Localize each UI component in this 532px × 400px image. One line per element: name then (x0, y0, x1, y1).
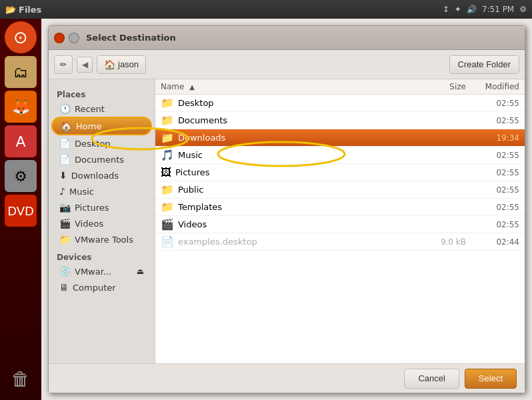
file-name: Documents (178, 115, 413, 125)
dock-font[interactable]: A (5, 125, 37, 157)
clock: 7:51 PM (482, 5, 514, 14)
column-size[interactable]: Size (413, 82, 466, 91)
close-button[interactable] (54, 33, 65, 43)
file-name: Downloads (178, 133, 413, 143)
volume-icon: 🔊 (467, 5, 477, 14)
table-row[interactable]: 🎬 Videos 02:55 (155, 216, 525, 233)
table-row[interactable]: 📁 Public 02:55 (155, 181, 525, 199)
system-tray: ↕ ✦ 🔊 7:51 PM ⚙ (443, 5, 527, 14)
sidebar-item-downloads[interactable]: ⬇ Downloads (51, 167, 152, 183)
computer-icon: 🖥 (59, 282, 69, 293)
file-modified: 02:55 (466, 116, 519, 125)
sidebar-item-videos[interactable]: 🎬 Videos (51, 215, 152, 231)
edit-button[interactable]: ✏ (54, 55, 73, 74)
table-row[interactable]: 📄 examples.desktop 9.0 kB 02:44 (155, 233, 525, 251)
file-modified: 02:55 (466, 99, 519, 108)
file-rows: 📁 Desktop 02:55 📁 Documents 02:55 📁 Down… (155, 95, 525, 251)
table-row[interactable]: 📁 Desktop 02:55 (155, 95, 525, 112)
dialog-titlebar: Select Destination (49, 26, 525, 50)
create-folder-button[interactable]: Create Folder (449, 55, 519, 74)
desktop-icon: 📄 (59, 138, 71, 149)
dock-files[interactable]: 🗂 (5, 56, 37, 88)
file-list-header: Name ▲ Size Modified (155, 79, 525, 95)
file-modified: 02:55 (466, 168, 519, 177)
sidebar-item-desktop[interactable]: 📄 Desktop (51, 135, 152, 151)
dock-settings[interactable]: ⚙ (5, 160, 37, 192)
downloads-icon: ⬇ (59, 170, 67, 181)
table-row[interactable]: 🎵 Music 02:55 (155, 147, 525, 164)
documents-label: Documents (75, 155, 124, 165)
sidebar-item-recent[interactable]: 🕐 Recent (51, 101, 152, 117)
dock-ubuntu[interactable]: ⊙ (5, 21, 37, 53)
vmware-tools-label: VMware Tools (75, 235, 133, 245)
dock-dvd[interactable]: DVD (5, 195, 37, 227)
sidebar-item-documents[interactable]: 📄 Documents (51, 151, 152, 167)
music-label: Music (69, 187, 94, 197)
vmware-tools-icon: 📁 (59, 234, 71, 245)
sort-icon: ↕ (443, 5, 449, 14)
application-dock: ⊙ 🗂 🦊 A ⚙ DVD 🗑 (0, 19, 41, 400)
select-button[interactable]: Select (465, 369, 517, 389)
eject-icon[interactable]: ⏏ (137, 267, 144, 276)
back-icon: ◀ (82, 60, 88, 69)
sidebar-item-home[interactable]: 🏠 Home (51, 117, 152, 135)
column-name[interactable]: Name ▲ (161, 82, 413, 91)
back-button[interactable]: ◀ (77, 57, 93, 73)
vmware-label: VMwar... (75, 267, 111, 277)
file-modified: 02:55 (466, 185, 519, 195)
sort-arrow: ▲ (189, 83, 195, 91)
sidebar-item-computer[interactable]: 🖥 Computer (51, 279, 152, 295)
bluetooth-icon: ✦ (455, 5, 461, 14)
file-modified: 02:55 (466, 203, 519, 212)
file-modified: 02:55 (466, 151, 519, 160)
cancel-button[interactable]: Cancel (404, 369, 459, 389)
file-icon: 📁 (161, 97, 174, 109)
file-name: examples.desktop (178, 237, 413, 247)
home-icon: 🏠 (61, 121, 72, 131)
file-icon: 🎬 (161, 218, 174, 231)
table-row[interactable]: 📁 Templates 02:55 (155, 199, 525, 216)
file-icon: 📄 (161, 235, 174, 248)
breadcrumb-label: jason (118, 59, 139, 69)
home-label: Home (76, 121, 101, 131)
table-row[interactable]: 📁 Downloads 19:34 (155, 129, 525, 147)
file-modified: 02:44 (466, 237, 519, 247)
bottom-bar: Cancel Select (49, 363, 525, 393)
music-icon: ♪ (59, 186, 65, 197)
recent-icon: 🕐 (59, 103, 71, 114)
file-size: 9.0 kB (413, 237, 466, 247)
file-name: Music (178, 150, 413, 160)
devices-label: Devices (49, 250, 155, 263)
computer-label: Computer (73, 283, 116, 293)
toolbar: ✏ ◀ 🏠 jason Create Folder (49, 50, 525, 79)
column-modified[interactable]: Modified (466, 82, 519, 91)
breadcrumb-icon: 🏠 (104, 59, 115, 70)
content-area: Places 🕐 Recent 🏠 Home 📄 Desktop 📄 Docum… (49, 79, 525, 363)
places-label: Places (49, 87, 155, 101)
documents-icon: 📄 (59, 154, 71, 165)
file-icon: 📁 (161, 201, 174, 213)
minimize-button[interactable] (69, 33, 79, 43)
desktop-label: Desktop (75, 139, 111, 149)
file-icon: 🎵 (161, 149, 174, 161)
file-name: Pictures (175, 167, 413, 177)
dialog-window: Select Destination ✏ ◀ 🏠 jason Create Fo… (48, 25, 525, 393)
table-row[interactable]: 📁 Documents 02:55 (155, 112, 525, 129)
file-icon: 🖼 (161, 166, 171, 179)
sidebar-item-music[interactable]: ♪ Music (51, 183, 152, 199)
file-modified: 02:55 (466, 220, 519, 229)
dialog-title: Select Destination (86, 33, 176, 43)
dock-trash[interactable]: 🗑 (5, 363, 37, 395)
pictures-label: Pictures (75, 203, 109, 213)
file-list: Name ▲ Size Modified 📁 Desktop 02:55 📁 D… (155, 79, 525, 363)
file-modified: 19:34 (466, 133, 519, 143)
recent-label: Recent (75, 104, 105, 114)
dock-firefox[interactable]: 🦊 (5, 91, 37, 123)
sidebar-item-pictures[interactable]: 📷 Pictures (51, 199, 152, 215)
file-name: Public (178, 185, 413, 195)
sidebar-item-vmware[interactable]: 💿 VMwar... ⏏ (51, 263, 152, 279)
breadcrumb-jason[interactable]: 🏠 jason (97, 55, 146, 74)
sidebar-item-vmwaretools[interactable]: 📁 VMware Tools (51, 231, 152, 247)
table-row[interactable]: 🖼 Pictures 02:55 (155, 164, 525, 181)
files-icon: 📂 (5, 5, 16, 15)
